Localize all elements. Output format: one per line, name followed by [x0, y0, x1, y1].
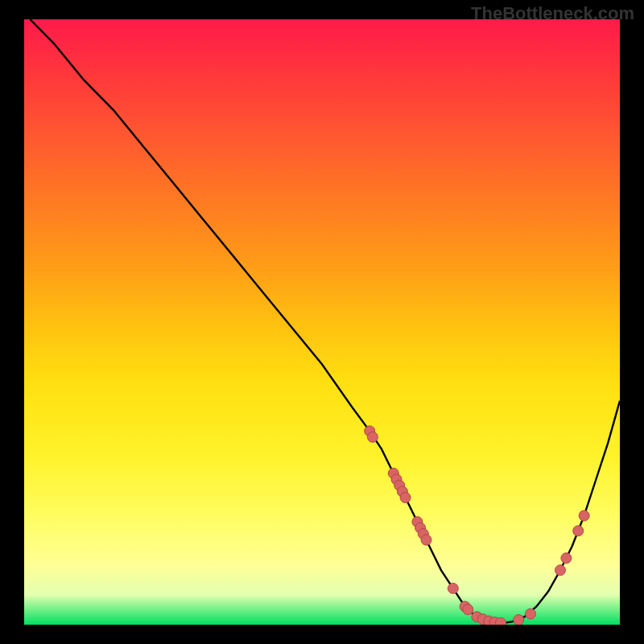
data-point: [514, 615, 524, 625]
data-point: [526, 609, 536, 619]
watermark-text: TheBottleneck.com: [471, 3, 634, 24]
data-point: [400, 493, 411, 503]
chart-curve: [30, 19, 620, 624]
data-point: [367, 431, 378, 442]
data-point: [463, 605, 473, 615]
data-point: [421, 535, 431, 545]
data-point: [448, 583, 458, 593]
data-point: [555, 565, 566, 576]
data-point: [579, 510, 589, 521]
data-point: [573, 526, 584, 536]
data-point: [561, 553, 572, 564]
data-point: [496, 617, 506, 625]
chart-plot-area: [24, 19, 620, 625]
chart-svg: [24, 19, 620, 625]
chart-data-points: [365, 426, 589, 625]
